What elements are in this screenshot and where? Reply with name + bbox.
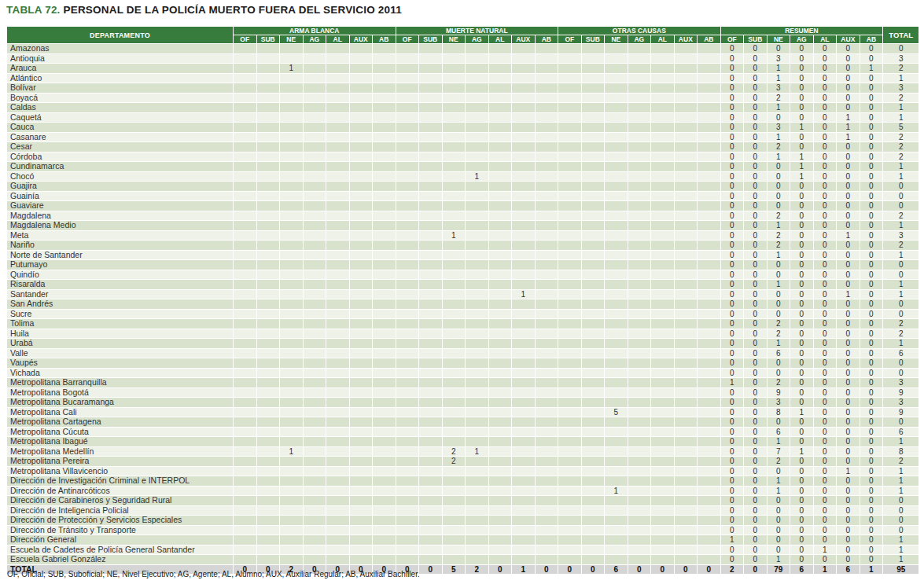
cause-value-cell — [326, 427, 350, 437]
department-cell: Antioquia — [7, 53, 234, 64]
subcolumn-header: AL — [813, 35, 837, 44]
department-cell: Quindío — [7, 270, 234, 280]
cause-value-cell — [419, 407, 443, 417]
cause-value-cell — [698, 417, 721, 428]
cause-value-cell — [558, 329, 582, 339]
cause-value-cell — [512, 505, 536, 516]
resumen-value-cell: 0 — [837, 368, 860, 378]
resumen-value-cell: 0 — [860, 112, 883, 123]
resumen-value-cell: 0 — [720, 201, 744, 211]
cause-value-cell — [326, 64, 350, 74]
resumen-value-cell: 1 — [837, 466, 860, 476]
cause-value-cell — [256, 230, 280, 241]
cause-value-cell — [535, 260, 558, 270]
cause-value-cell — [280, 358, 304, 369]
personnel-table: DEPARTAMENTOARMA BLANCAMUERTE NATURALOTR… — [6, 26, 919, 575]
resumen-value-cell: 0 — [720, 64, 744, 74]
cause-value-cell — [303, 555, 326, 565]
cause-value-cell — [349, 407, 373, 417]
resumen-value-cell: 0 — [744, 53, 768, 64]
cause-value-cell — [234, 211, 257, 221]
cause-value-cell — [326, 103, 350, 113]
cause-value-cell — [396, 93, 419, 103]
cause-value-cell — [488, 398, 512, 408]
cause-value-cell — [698, 505, 721, 516]
cause-value-cell — [373, 64, 396, 74]
resumen-value-cell: 0 — [813, 132, 837, 142]
cause-value-cell — [605, 309, 628, 319]
cause-value-cell — [234, 280, 257, 290]
cause-value-cell — [396, 152, 419, 162]
cause-value-cell — [512, 83, 536, 94]
table-row: Casanare00100102 — [7, 132, 919, 142]
row-total-cell: 3 — [883, 53, 919, 64]
resumen-value-cell: 0 — [860, 407, 883, 417]
table-row: Caldas00100001 — [7, 103, 919, 113]
cause-value-cell — [349, 417, 373, 428]
cause-value-cell — [442, 53, 466, 64]
department-cell: Boyacá — [7, 93, 234, 103]
cause-value-cell — [256, 446, 280, 457]
cause-value-cell — [651, 241, 675, 251]
cause-value-cell — [396, 201, 419, 211]
resumen-value-cell: 0 — [744, 211, 768, 221]
cause-value-cell — [256, 250, 280, 260]
cause-value-cell — [442, 309, 466, 319]
resumen-value-cell: 0 — [790, 358, 814, 369]
cause-value-cell — [698, 73, 721, 83]
resumen-value-cell: 0 — [790, 457, 814, 467]
cause-value-cell — [581, 407, 605, 417]
resumen-value-cell: 0 — [767, 368, 790, 378]
cause-value-cell — [605, 368, 628, 378]
cause-value-cell — [396, 123, 419, 133]
resumen-value-cell: 1 — [837, 132, 860, 142]
cause-value-cell — [466, 545, 489, 555]
cause-value-cell — [651, 555, 675, 565]
resumen-value-cell: 0 — [813, 466, 837, 476]
resumen-value-cell: 0 — [813, 555, 837, 565]
total-value-cell: 1 — [860, 564, 883, 575]
cause-value-cell — [535, 505, 558, 516]
cause-value-cell — [396, 162, 419, 172]
cause-value-cell — [280, 123, 304, 133]
cause-value-cell — [419, 319, 443, 329]
resumen-value-cell: 0 — [720, 112, 744, 123]
cause-value-cell — [488, 348, 512, 358]
resumen-value-cell: 0 — [837, 250, 860, 260]
cause-value-cell — [535, 427, 558, 437]
cause-value-cell — [442, 417, 466, 428]
cause-value-cell — [303, 329, 326, 339]
resumen-value-cell: 0 — [860, 545, 883, 555]
resumen-value-cell: 0 — [720, 241, 744, 251]
cause-value-cell — [419, 93, 443, 103]
table-row: Valle00600006 — [7, 348, 919, 358]
cause-value-cell — [628, 358, 651, 369]
cause-value-cell — [466, 486, 489, 496]
cause-value-cell — [488, 250, 512, 260]
cause-value-cell — [628, 64, 651, 74]
cause-value-cell — [558, 280, 582, 290]
cause-value-cell — [605, 329, 628, 339]
resumen-value-cell: 0 — [813, 525, 837, 535]
cause-value-cell — [651, 53, 675, 64]
cause-value-cell — [280, 555, 304, 565]
resumen-value-cell: 0 — [744, 241, 768, 251]
cause-value-cell — [558, 221, 582, 231]
resumen-value-cell: 0 — [837, 348, 860, 358]
resumen-value-cell: 0 — [837, 191, 860, 201]
cause-value-cell — [605, 476, 628, 487]
resumen-value-cell: 0 — [790, 241, 814, 251]
cause-value-cell — [396, 545, 419, 555]
cause-value-cell — [558, 191, 582, 201]
cause-value-cell — [674, 457, 698, 467]
cause-value-cell — [419, 427, 443, 437]
cause-value-cell — [303, 476, 326, 487]
cause-value-cell — [651, 368, 675, 378]
cause-value-cell — [466, 476, 489, 487]
cause-value-cell — [674, 339, 698, 349]
resumen-value-cell: 1 — [767, 103, 790, 113]
resumen-value-cell: 0 — [813, 182, 837, 192]
cause-value-cell — [674, 44, 698, 54]
resumen-value-cell: 0 — [860, 427, 883, 437]
row-total-cell: 1 — [883, 112, 919, 123]
